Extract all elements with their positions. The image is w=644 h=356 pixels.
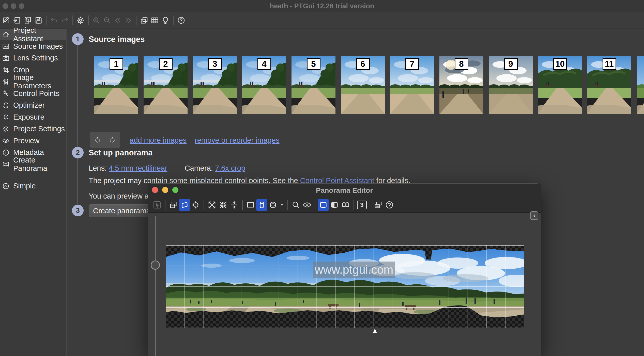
sidebar-navigation: Project AssistantSource ImagesLens Setti… (0, 28, 67, 356)
pano-half-icon[interactable] (329, 199, 340, 211)
source-image-thumb[interactable]: 2 (144, 56, 188, 114)
skew-quad-icon[interactable] (179, 199, 190, 211)
image-number-badge: 10 (553, 58, 567, 70)
image-number-badge: 8 (455, 58, 468, 70)
source-image-thumb[interactable]: 3 (193, 56, 237, 114)
bulb-icon[interactable] (160, 14, 171, 26)
vertical-offset-slider-handle[interactable] (151, 261, 160, 270)
rotate-ccw-icon[interactable] (90, 132, 105, 148)
gear-icon (2, 125, 10, 133)
remove-reorder-images-link[interactable]: remove or reorder images (195, 136, 280, 144)
rotate-buttons (90, 132, 120, 148)
sidebar-item-preview[interactable]: Preview (0, 135, 66, 147)
sidebar-item-lens-settings[interactable]: Lens Settings (0, 52, 66, 64)
editor-toolbar: 3 (151, 198, 395, 212)
source-image-thumb[interactable]: 6 (341, 56, 385, 114)
open-file-icon[interactable] (12, 14, 22, 26)
editor-title: Panorama Editor (148, 184, 541, 196)
source-image-thumb[interactable]: 1 (94, 56, 138, 114)
camera-icon (2, 54, 10, 62)
vertical-offset-slider-track[interactable] (155, 216, 156, 356)
help-icon[interactable] (384, 199, 395, 211)
image-number-badge: 2 (159, 58, 173, 70)
toolbar-separator (242, 200, 243, 210)
crosshair-icon[interactable] (190, 199, 201, 211)
add-more-images-link[interactable]: add more images (130, 136, 187, 144)
pano-frame-icon[interactable] (318, 199, 329, 211)
step-2-title: Set up panorama (89, 148, 153, 157)
expand-icon[interactable] (206, 199, 218, 211)
panorama-image: www.ptgui.com (166, 245, 524, 328)
overlap-rects-icon[interactable] (168, 199, 179, 211)
detail-grid-icon[interactable] (149, 14, 160, 26)
step-2-badge: 2 (72, 147, 84, 158)
source-image-thumb[interactable]: 11 (587, 56, 631, 114)
sidebar-item-label: Simple (13, 182, 36, 190)
eye-icon[interactable] (301, 199, 313, 211)
edit-page-icon[interactable] (1, 14, 12, 26)
image-number-badge: 11 (603, 58, 616, 70)
source-image-thumb[interactable]: 8 (439, 56, 483, 114)
lens-label: Lens: (89, 164, 107, 172)
save-icon[interactable] (33, 14, 44, 26)
box-3-icon[interactable]: 3 (356, 199, 367, 211)
source-images-icon (2, 42, 10, 50)
step-3-badge: 3 (72, 205, 84, 216)
sidebar-item-project-settings[interactable]: Project Settings (0, 123, 66, 135)
sidebar-item-create-panorama[interactable]: Create Panorama (0, 159, 66, 170)
magnifier-icon[interactable] (290, 199, 301, 211)
source-image-thumb[interactable]: 9 (489, 56, 533, 114)
home-icon (2, 31, 10, 38)
import-images-icon[interactable] (22, 14, 33, 26)
sidebar-item-optimizer[interactable]: Optimizer (0, 100, 66, 111)
help-icon[interactable] (176, 14, 187, 26)
pano-center-marker-icon[interactable] (373, 329, 377, 333)
source-image-thumb[interactable]: 7 (390, 56, 434, 114)
rotate-cw-icon[interactable] (105, 132, 120, 148)
camera-link[interactable]: 7.6x crop (215, 164, 245, 172)
sidebar-item-simple[interactable]: Simple (0, 180, 66, 192)
toolbar-separator (165, 200, 165, 210)
source-image-thumb[interactable] (637, 56, 644, 114)
image-number-badge: 6 (356, 58, 370, 70)
image-number-badge: 5 (307, 58, 320, 70)
toolbar-separator (315, 200, 315, 210)
fit-height-icon[interactable] (229, 199, 240, 211)
info-icon (2, 149, 10, 156)
toolbar-separator (72, 15, 73, 25)
sidebar-item-project-assistant[interactable]: Project Assistant (0, 29, 66, 40)
image-number-badge: 3 (208, 58, 222, 70)
sphere-projection-icon[interactable] (267, 199, 279, 211)
caret-down-icon[interactable] (279, 199, 285, 211)
create-panorama-button[interactable]: Create panorama... (89, 204, 150, 217)
sidebar-item-control-points[interactable]: Control Points (0, 88, 66, 99)
sidebar-item-image-parameters[interactable]: Image Parameters (0, 76, 66, 87)
panorama-editor-icon[interactable] (139, 14, 149, 26)
source-image-thumb[interactable]: 10 (538, 56, 582, 114)
sidebar-item-label: Control Points (13, 89, 59, 98)
gear-icon[interactable] (75, 14, 86, 26)
frames-icon[interactable] (373, 199, 384, 211)
sidebar-item-source-images[interactable]: Source Images (0, 41, 66, 52)
pano-double-icon[interactable] (340, 199, 351, 211)
lens-camera-row: Lens: 4.5 mm rectilinear Camera: 7.6x cr… (89, 164, 245, 172)
contract-icon[interactable] (218, 199, 229, 211)
source-image-thumb[interactable]: 4 (242, 56, 286, 114)
panorama-preview[interactable]: www.ptgui.com (166, 245, 524, 328)
next-images-icon (123, 14, 134, 26)
sidebar-item-label: Metadata (13, 148, 44, 157)
sidebar-item-exposure[interactable]: Exposure (0, 111, 66, 123)
toolbar-separator (287, 200, 288, 210)
step-connector-line (77, 45, 78, 205)
camera-label: Camera: (185, 164, 213, 172)
rect-projection-icon[interactable] (245, 199, 256, 211)
collapse-panel-chevron-icon[interactable]: ‹ (530, 211, 538, 220)
zoom-in-icon (91, 14, 102, 26)
lens-link[interactable]: 4.5 mm rectilinear (109, 164, 167, 172)
source-image-thumb[interactable]: 5 (292, 56, 335, 114)
sun-icon (2, 113, 10, 121)
cylinder-projection-icon[interactable] (256, 199, 267, 211)
sidebar-item-label: Source Images (13, 42, 63, 51)
map-pins-icon (2, 90, 10, 97)
zoom-out-icon (102, 14, 112, 26)
